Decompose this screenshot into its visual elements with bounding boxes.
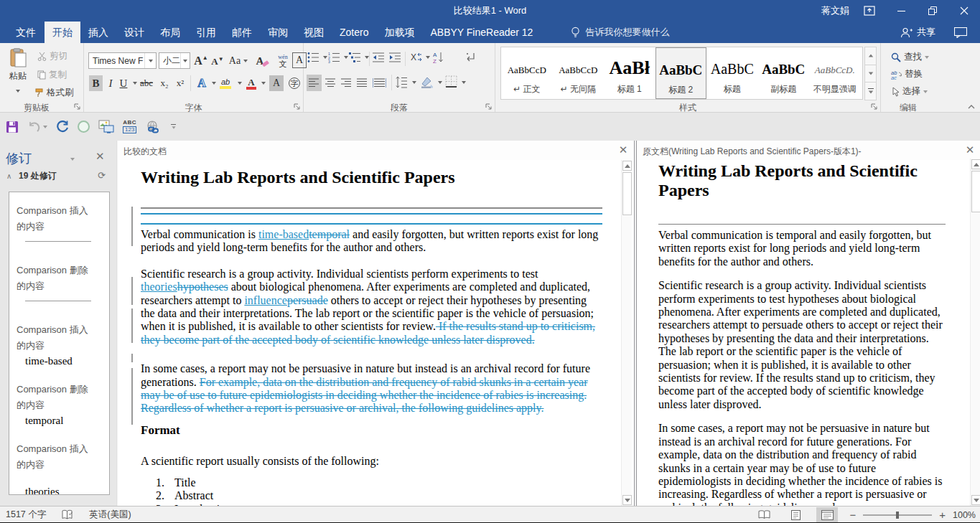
ribbon-display-options-button[interactable] [854, 0, 885, 22]
tab-Zotero[interactable]: Zotero [332, 22, 376, 43]
styles-scroll-up-button[interactable] [864, 47, 877, 65]
bullets-button[interactable] [307, 52, 319, 63]
print-layout-button[interactable] [785, 507, 806, 522]
align-center-button[interactable] [323, 75, 338, 91]
compared-doc-close-button[interactable]: ✕ [617, 144, 629, 156]
distributed-button[interactable] [370, 75, 388, 91]
decrease-indent-button[interactable] [373, 52, 385, 63]
bullets-caret[interactable] [323, 56, 327, 59]
shading-button[interactable] [421, 75, 434, 88]
font-color-button[interactable]: A [245, 75, 258, 91]
word-count[interactable]: 1517 个字 [6, 509, 46, 521]
zoom-slider-thumb[interactable] [896, 512, 899, 519]
tab-邮件[interactable]: 邮件 [224, 22, 260, 43]
increase-indent-button[interactable] [389, 52, 401, 63]
style-无间隔[interactable]: AaBbCcD↵ 无间隔 [553, 47, 605, 99]
show-marks-button[interactable] [465, 52, 477, 63]
text-effects-button[interactable]: A [195, 75, 209, 91]
share-button[interactable]: 共享 [900, 26, 935, 39]
grow-font-button[interactable]: A▲ [193, 52, 209, 70]
underline-button[interactable]: U [117, 75, 130, 91]
multilevel-list-button[interactable] [349, 52, 361, 63]
collapse-ribbon-button[interactable] [967, 103, 976, 110]
revision-item[interactable]: Comparison 插入的内容 [17, 203, 105, 249]
compared-scroll-thumb[interactable] [622, 172, 632, 215]
style-副标题[interactable]: AaBbC副标题 [758, 47, 810, 99]
text-effects-caret[interactable] [212, 82, 216, 85]
switch-windows-button[interactable] [98, 120, 114, 133]
revision-item[interactable]: Comparison 插入的内容theories [17, 441, 105, 495]
language-status[interactable]: 英语(美国) [89, 509, 131, 521]
font-size-combo[interactable]: 小二 [159, 52, 190, 69]
revisions-collapse-icon[interactable]: ∧ [6, 172, 11, 180]
character-shading-button[interactable]: A [269, 75, 284, 91]
numbering-caret[interactable] [344, 56, 348, 59]
line-spacing-button[interactable] [396, 76, 408, 88]
font-color-caret[interactable] [261, 82, 266, 85]
change-case-button[interactable]: Aa [228, 52, 249, 70]
select-button[interactable]: 选择 [891, 85, 928, 98]
zoom-level[interactable]: 100% [946, 510, 976, 520]
shrink-font-button[interactable]: A▼ [210, 54, 225, 70]
tab-ABBYY FineReader 12[interactable]: ABBYY FineReader 12 [422, 22, 541, 43]
superscript-button[interactable]: x² [173, 75, 187, 91]
align-right-button[interactable] [339, 75, 354, 91]
restore-button[interactable] [917, 0, 948, 22]
enclose-characters-button[interactable]: 字 [286, 75, 302, 91]
compared-scroll-up[interactable] [622, 161, 632, 171]
read-mode-button[interactable] [753, 507, 775, 522]
revision-item[interactable]: Comparison 插入的内容time-based [17, 322, 105, 368]
clipboard-dialog-launcher[interactable] [74, 103, 81, 110]
revisions-pane-menu-caret[interactable] [70, 158, 75, 161]
zoom-out-button[interactable]: − [849, 509, 856, 521]
style-标题 1[interactable]: AaBł标题 1 [604, 47, 655, 99]
original-doc-close-button[interactable]: ✕ [964, 144, 976, 156]
revision-item[interactable]: Comparison 删除的内容temporal [17, 382, 105, 428]
shading-caret[interactable] [438, 81, 442, 84]
phonetic-guide-button[interactable]: wén文 [275, 52, 291, 70]
minimize-button[interactable] [885, 0, 917, 22]
undo-button[interactable] [27, 121, 47, 133]
numbering-button[interactable]: 123 [328, 52, 340, 63]
styles-scroll-down-button[interactable] [864, 65, 877, 83]
strikethrough-button[interactable]: abc [137, 75, 156, 91]
tell-me-box[interactable]: 告诉我你想要做什么 [571, 22, 669, 43]
format-painter-button[interactable]: 格式刷 [34, 87, 74, 99]
asian-layout-caret[interactable] [426, 56, 430, 59]
justify-button[interactable] [355, 75, 370, 91]
original-doc-body[interactable]: Writing Lab Reports and Scientific Paper… [658, 160, 953, 506]
styles-dialog-launcher[interactable] [871, 103, 878, 110]
save-button[interactable] [6, 121, 19, 133]
style-标题 2[interactable]: AaBbC标题 2 [655, 47, 707, 99]
subscript-button[interactable]: x₂ [157, 75, 172, 91]
copy-button[interactable]: 复制 [37, 69, 67, 81]
asian-layout-button[interactable]: X [409, 52, 422, 63]
tab-引用[interactable]: 引用 [188, 22, 224, 43]
revisions-pane-close-button[interactable]: ✕ [95, 150, 105, 163]
tab-插入[interactable]: 插入 [80, 22, 116, 43]
compared-doc-scrollbar[interactable] [621, 160, 632, 506]
clear-formatting-button[interactable]: A [253, 52, 272, 70]
original-scroll-down[interactable] [971, 495, 980, 505]
revision-item[interactable]: Comparison 删除的内容 [17, 263, 105, 308]
redo-button[interactable] [56, 121, 69, 133]
comment-button[interactable] [954, 27, 967, 38]
find-button[interactable]: 查找 [891, 51, 929, 63]
borders-caret[interactable] [462, 81, 466, 84]
compared-doc-body[interactable]: Writing Lab Reports and Scientific Paper… [141, 160, 608, 506]
cut-button[interactable]: 剪切 [37, 50, 67, 62]
bold-button[interactable]: B [89, 75, 103, 91]
zoom-in-button[interactable]: + [939, 509, 946, 521]
hyperlink-globe-button[interactable] [145, 121, 161, 133]
zoom-slider[interactable] [863, 514, 932, 516]
align-left-button[interactable] [307, 75, 322, 91]
replace-button[interactable]: abac替换 [891, 68, 923, 80]
original-doc-scrollbar[interactable] [970, 159, 980, 506]
tab-加载项[interactable]: 加载项 [376, 22, 422, 43]
web-layout-button[interactable] [816, 507, 838, 522]
original-scroll-up[interactable] [971, 159, 980, 169]
borders-button[interactable] [445, 75, 457, 88]
original-scroll-thumb[interactable] [971, 171, 980, 212]
proofing-icon[interactable] [62, 509, 73, 520]
circle-tool-button[interactable] [78, 121, 90, 133]
